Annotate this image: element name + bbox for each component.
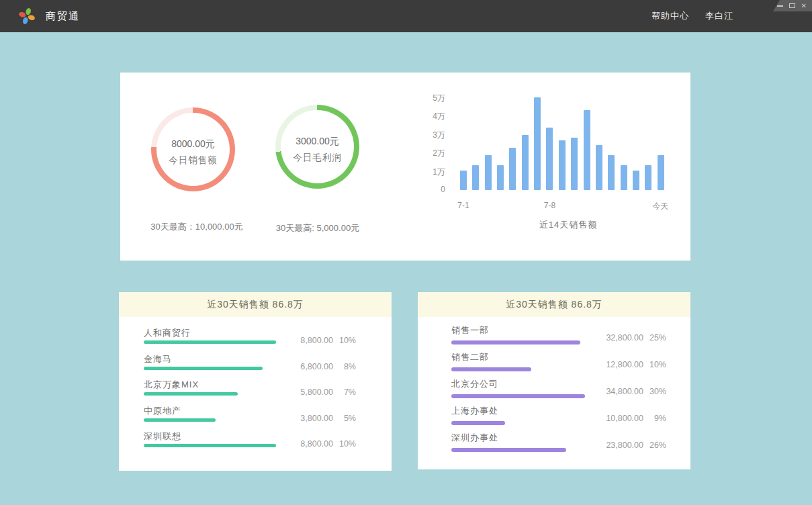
customer-amount: 6,800.00 [278, 362, 333, 371]
department-name: 上海办事处 [451, 405, 498, 417]
today-sales-label: 今日销售额 [151, 154, 235, 167]
today-sales-value: 8000.00元 [151, 138, 235, 150]
customer-amount: 3,800.00 [278, 414, 333, 423]
sales-bar [497, 165, 504, 190]
departments-ranking-card: 近30天销售额 86.8万 销售一部 32,800.0025% 销售二部 12,… [418, 292, 690, 469]
sales-bar [658, 155, 664, 190]
customer-percent: 5% [333, 414, 356, 423]
today-profit-donut-chart: 3000.00元 今日毛利润 [275, 105, 359, 189]
department-percent: 26% [643, 441, 666, 450]
bar-chart-caption: 近14天销售额 [467, 219, 669, 231]
department-amount: 34,800.00 [588, 387, 643, 396]
customer-progress-bar [144, 392, 238, 396]
customer-percent: 7% [333, 387, 356, 397]
department-progress-bar [451, 394, 585, 398]
customer-amount: 8,800.00 [278, 439, 333, 449]
department-row: 销售一部 32,800.0025% [418, 323, 690, 350]
x-axis-tick: 7-8 [544, 201, 555, 210]
customer-progress-bar [144, 418, 216, 422]
sales-bar [633, 171, 639, 190]
app-logo-pinwheel-icon [18, 7, 36, 25]
sales-bar [522, 135, 529, 190]
customer-progress-bar [144, 444, 276, 447]
department-row: 北京分公司 34,800.0030% [418, 377, 690, 404]
department-row: 上海办事处 10,800.009% [418, 404, 690, 430]
department-name: 销售一部 [451, 324, 489, 336]
sales-bar [534, 97, 541, 190]
window-controls: ✕ [773, 0, 812, 11]
customer-percent: 8% [333, 362, 356, 371]
sales-bar [596, 145, 602, 190]
department-progress-bar [451, 367, 531, 371]
user-name-menu[interactable]: 李白江 [705, 10, 733, 22]
x-axis-tick: 7-1 [457, 201, 469, 210]
department-name: 销售二部 [451, 351, 489, 363]
customer-amount: 5,800.00 [278, 387, 333, 397]
sales-bar [645, 165, 651, 190]
customer-name: 金海马 [144, 353, 172, 365]
department-row: 销售二部 12,800.0010% [418, 350, 690, 377]
customer-percent: 10% [333, 439, 356, 449]
department-name: 北京分公司 [451, 378, 498, 390]
minimize-icon[interactable] [777, 5, 783, 7]
department-amount: 32,800.00 [588, 333, 643, 342]
department-percent: 9% [643, 414, 666, 423]
y-axis-tick: 4万 [409, 111, 445, 122]
sales-bar [472, 165, 479, 190]
sales-bar [546, 128, 553, 190]
sales-bar [584, 110, 590, 190]
departments-rows: 销售一部 32,800.0025% 销售二部 12,800.0010% 北京分公… [418, 323, 690, 457]
today-profit-label: 今日毛利润 [275, 152, 359, 164]
sales-bar [621, 165, 627, 190]
summary-card: 8000.00元 今日销售额 3000.00元 今日毛利润 30天最高：10,0… [120, 73, 690, 261]
sales-30d-max-label: 30天最高：10,000.00元 [136, 221, 257, 233]
department-percent: 30% [643, 387, 666, 396]
customers-rows: 人和商贸行 8,800.0010% 金海马 6,800.008% 北京万象MIX… [119, 326, 392, 455]
customer-name: 中原地产 [144, 405, 181, 417]
customer-row: 深圳联想 8,800.0010% [119, 429, 392, 455]
customer-name: 深圳联想 [144, 430, 181, 443]
sales-bar [460, 171, 467, 190]
customer-progress-bar [144, 367, 263, 370]
sales-bar [559, 140, 566, 190]
close-icon[interactable]: ✕ [801, 3, 807, 9]
app-title: 商贸通 [46, 0, 80, 32]
today-sales-donut-chart: 8000.00元 今日销售额 [151, 107, 235, 191]
maximize-icon[interactable] [789, 3, 795, 8]
department-amount: 10,800.00 [588, 414, 643, 423]
customer-name: 北京万象MIX [144, 379, 199, 391]
department-progress-bar [451, 448, 566, 452]
customer-amount: 8,800.00 [278, 336, 333, 345]
customer-name: 人和商贸行 [144, 327, 191, 339]
customer-row: 北京万象MIX 5,800.007% [119, 377, 392, 404]
department-amount: 12,800.00 [588, 360, 643, 369]
departments-card-title: 近30天销售额 86.8万 [418, 292, 690, 317]
titlebar: 商贸通 帮助中心 李白江 ✕ [0, 0, 812, 32]
department-percent: 25% [643, 333, 666, 342]
customer-row: 中原地产 3,800.005% [119, 404, 392, 430]
customer-percent: 10% [333, 336, 356, 345]
department-progress-bar [451, 421, 505, 425]
department-percent: 10% [643, 360, 666, 369]
x-axis-tick: 今天 [653, 201, 669, 212]
customers-ranking-card: 近30天销售额 86.8万 人和商贸行 8,800.0010% 金海马 6,80… [119, 292, 392, 471]
customer-progress-bar [144, 340, 276, 344]
sales-14d-bar-chart [460, 93, 668, 190]
y-axis-tick: 5万 [409, 93, 445, 104]
y-axis-tick: 1万 [409, 167, 445, 178]
help-center-link[interactable]: 帮助中心 [651, 10, 689, 22]
department-name: 深圳办事处 [451, 432, 498, 444]
sales-bar [509, 148, 516, 190]
sales-bar [608, 155, 615, 190]
profit-30d-max-label: 30天最高: 5,000.00元 [257, 222, 378, 234]
y-axis-tick: 2万 [409, 148, 445, 159]
department-row: 深圳办事处 23,800.0026% [418, 430, 690, 457]
customers-card-title: 近30天销售额 86.8万 [119, 292, 392, 317]
department-progress-bar [451, 340, 580, 345]
department-amount: 23,800.00 [588, 441, 643, 450]
y-axis-tick: 3万 [409, 130, 445, 141]
sales-bar [485, 155, 492, 190]
today-profit-value: 3000.00元 [275, 136, 359, 148]
y-axis-tick: 0 [409, 185, 445, 194]
customer-row: 金海马 6,800.008% [119, 352, 392, 378]
